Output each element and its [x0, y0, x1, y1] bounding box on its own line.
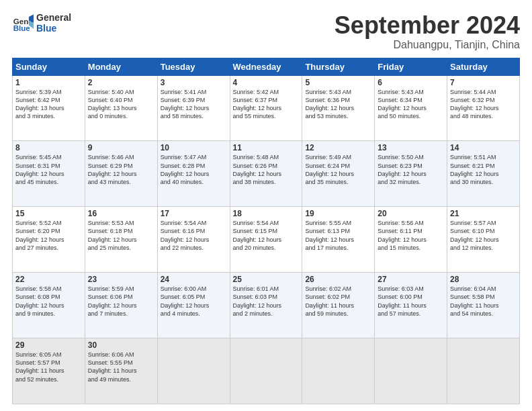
day-number: 5: [305, 78, 371, 87]
day-header-friday: Friday: [375, 58, 447, 75]
day-info: Sunrise: 5:48 AM Sunset: 6:26 PM Dayligh…: [233, 153, 300, 186]
day-number: 15: [15, 209, 82, 218]
day-number: 27: [378, 275, 444, 284]
day-header-thursday: Thursday: [302, 58, 375, 75]
day-number: 24: [161, 275, 227, 284]
day-number: 20: [378, 209, 444, 218]
day-info: Sunrise: 6:06 AM Sunset: 5:55 PM Dayligh…: [88, 351, 154, 383]
day-info: Sunrise: 5:49 AM Sunset: 6:24 PM Dayligh…: [305, 153, 371, 186]
calendar-day-cell: 15Sunrise: 5:52 AM Sunset: 6:20 PM Dayli…: [13, 207, 85, 273]
day-number: 25: [233, 275, 300, 284]
day-info: Sunrise: 5:51 AM Sunset: 6:21 PM Dayligh…: [450, 153, 517, 186]
calendar-day-cell: 10Sunrise: 5:47 AM Sunset: 6:28 PM Dayli…: [157, 141, 230, 207]
calendar-day-cell: 22Sunrise: 5:58 AM Sunset: 6:08 PM Dayli…: [13, 273, 85, 338]
day-info: Sunrise: 5:54 AM Sunset: 6:16 PM Dayligh…: [161, 219, 227, 252]
day-info: Sunrise: 5:56 AM Sunset: 6:11 PM Dayligh…: [378, 219, 444, 252]
day-info: Sunrise: 5:55 AM Sunset: 6:13 PM Dayligh…: [305, 219, 371, 252]
calendar-body: 1Sunrise: 5:39 AM Sunset: 6:42 PM Daylig…: [13, 75, 520, 404]
day-number: 14: [450, 143, 517, 152]
month-title: September 2024: [335, 12, 520, 39]
day-info: Sunrise: 6:00 AM Sunset: 6:05 PM Dayligh…: [161, 285, 227, 318]
day-number: 23: [88, 275, 154, 284]
day-info: Sunrise: 5:40 AM Sunset: 6:40 PM Dayligh…: [88, 88, 154, 121]
day-info: Sunrise: 5:58 AM Sunset: 6:08 PM Dayligh…: [15, 285, 82, 318]
day-number: 4: [233, 78, 300, 87]
day-info: Sunrise: 5:39 AM Sunset: 6:42 PM Dayligh…: [15, 88, 82, 121]
day-info: Sunrise: 6:02 AM Sunset: 6:02 PM Dayligh…: [305, 285, 371, 318]
calendar-table: SundayMondayTuesdayWednesdayThursdayFrid…: [12, 58, 520, 404]
day-number: 12: [305, 143, 371, 152]
calendar-day-cell: 23Sunrise: 5:59 AM Sunset: 6:06 PM Dayli…: [85, 273, 157, 338]
logo-icon: General Blue: [12, 12, 34, 34]
day-number: 6: [378, 78, 444, 87]
day-header-wednesday: Wednesday: [230, 58, 302, 75]
day-number: 1: [15, 78, 82, 87]
day-number: 22: [15, 275, 82, 284]
day-info: Sunrise: 5:50 AM Sunset: 6:23 PM Dayligh…: [378, 153, 444, 186]
calendar-empty-cell: [447, 338, 520, 404]
calendar-day-cell: 21Sunrise: 5:57 AM Sunset: 6:10 PM Dayli…: [447, 207, 520, 273]
calendar-day-cell: 4Sunrise: 5:42 AM Sunset: 6:37 PM Daylig…: [230, 75, 302, 141]
day-number: 7: [450, 78, 517, 87]
day-number: 13: [378, 143, 444, 152]
day-info: Sunrise: 6:04 AM Sunset: 5:58 PM Dayligh…: [450, 285, 517, 318]
calendar-day-cell: 13Sunrise: 5:50 AM Sunset: 6:23 PM Dayli…: [375, 141, 447, 207]
day-info: Sunrise: 5:41 AM Sunset: 6:39 PM Dayligh…: [161, 88, 227, 121]
calendar-week-row: 1Sunrise: 5:39 AM Sunset: 6:42 PM Daylig…: [13, 75, 520, 141]
calendar-empty-cell: [375, 338, 447, 404]
day-number: 3: [161, 78, 227, 87]
day-info: Sunrise: 5:46 AM Sunset: 6:29 PM Dayligh…: [88, 153, 154, 186]
day-number: 21: [450, 209, 517, 218]
location: Dahuangpu, Tianjin, China: [335, 39, 520, 51]
day-number: 16: [88, 209, 154, 218]
day-info: Sunrise: 5:59 AM Sunset: 6:06 PM Dayligh…: [88, 285, 154, 318]
day-header-monday: Monday: [85, 58, 157, 75]
calendar-day-cell: 30Sunrise: 6:06 AM Sunset: 5:55 PM Dayli…: [85, 338, 157, 404]
calendar-day-cell: 20Sunrise: 5:56 AM Sunset: 6:11 PM Dayli…: [375, 207, 447, 273]
calendar-day-cell: 19Sunrise: 5:55 AM Sunset: 6:13 PM Dayli…: [302, 207, 375, 273]
day-info: Sunrise: 5:43 AM Sunset: 6:34 PM Dayligh…: [378, 88, 444, 121]
day-info: Sunrise: 5:57 AM Sunset: 6:10 PM Dayligh…: [450, 219, 517, 252]
header: General Blue General Blue September 2024…: [12, 12, 520, 51]
title-block: September 2024 Dahuangpu, Tianjin, China: [335, 12, 520, 51]
svg-text:Blue: Blue: [13, 24, 31, 32]
calendar-day-cell: 7Sunrise: 5:44 AM Sunset: 6:32 PM Daylig…: [447, 75, 520, 141]
day-number: 11: [233, 143, 300, 152]
calendar-day-cell: 6Sunrise: 5:43 AM Sunset: 6:34 PM Daylig…: [375, 75, 447, 141]
calendar-week-row: 15Sunrise: 5:52 AM Sunset: 6:20 PM Dayli…: [13, 207, 520, 273]
day-number: 26: [305, 275, 371, 284]
day-number: 29: [15, 340, 82, 350]
calendar-day-cell: 8Sunrise: 5:45 AM Sunset: 6:31 PM Daylig…: [13, 141, 85, 207]
logo-line2: Blue: [36, 23, 71, 34]
calendar-day-cell: 28Sunrise: 6:04 AM Sunset: 5:58 PM Dayli…: [447, 273, 520, 338]
day-header-saturday: Saturday: [447, 58, 520, 75]
calendar-day-cell: 25Sunrise: 6:01 AM Sunset: 6:03 PM Dayli…: [230, 273, 302, 338]
calendar-day-cell: 5Sunrise: 5:43 AM Sunset: 6:36 PM Daylig…: [302, 75, 375, 141]
day-info: Sunrise: 5:52 AM Sunset: 6:20 PM Dayligh…: [15, 219, 82, 252]
calendar-day-cell: 1Sunrise: 5:39 AM Sunset: 6:42 PM Daylig…: [13, 75, 85, 141]
calendar-empty-cell: [302, 338, 375, 404]
calendar-day-cell: 18Sunrise: 5:54 AM Sunset: 6:15 PM Dayli…: [230, 207, 302, 273]
day-info: Sunrise: 5:42 AM Sunset: 6:37 PM Dayligh…: [233, 88, 300, 121]
day-info: Sunrise: 5:53 AM Sunset: 6:18 PM Dayligh…: [88, 219, 154, 252]
day-info: Sunrise: 6:05 AM Sunset: 5:57 PM Dayligh…: [15, 351, 82, 383]
day-number: 19: [305, 209, 371, 218]
day-info: Sunrise: 5:45 AM Sunset: 6:31 PM Dayligh…: [15, 153, 82, 186]
calendar-day-cell: 12Sunrise: 5:49 AM Sunset: 6:24 PM Dayli…: [302, 141, 375, 207]
calendar-day-cell: 17Sunrise: 5:54 AM Sunset: 6:16 PM Dayli…: [157, 207, 230, 273]
day-number: 18: [233, 209, 300, 218]
page: General Blue General Blue September 2024…: [0, 0, 532, 411]
logo: General Blue General Blue: [12, 12, 71, 34]
day-info: Sunrise: 5:54 AM Sunset: 6:15 PM Dayligh…: [233, 219, 300, 252]
calendar-day-cell: 11Sunrise: 5:48 AM Sunset: 6:26 PM Dayli…: [230, 141, 302, 207]
day-number: 28: [450, 275, 517, 284]
day-number: 17: [161, 209, 227, 218]
day-number: 8: [15, 143, 82, 152]
calendar-day-cell: 16Sunrise: 5:53 AM Sunset: 6:18 PM Dayli…: [85, 207, 157, 273]
calendar-day-cell: 27Sunrise: 6:03 AM Sunset: 6:00 PM Dayli…: [375, 273, 447, 338]
calendar-header-row: SundayMondayTuesdayWednesdayThursdayFrid…: [13, 58, 520, 75]
calendar-day-cell: 14Sunrise: 5:51 AM Sunset: 6:21 PM Dayli…: [447, 141, 520, 207]
calendar-day-cell: 9Sunrise: 5:46 AM Sunset: 6:29 PM Daylig…: [85, 141, 157, 207]
calendar-day-cell: 29Sunrise: 6:05 AM Sunset: 5:57 PM Dayli…: [13, 338, 85, 404]
day-number: 9: [88, 143, 154, 152]
